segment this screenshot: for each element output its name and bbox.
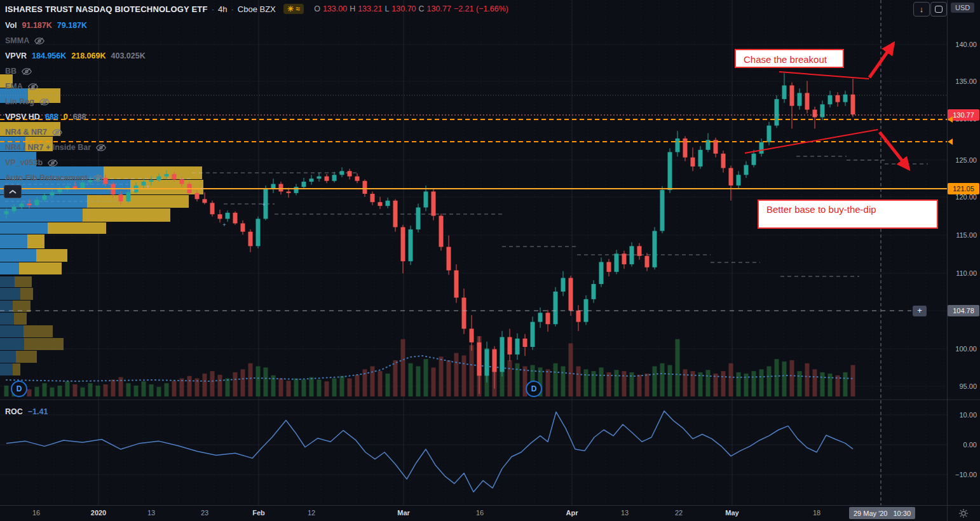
low-value: 130.70	[391, 4, 416, 13]
legend-value: 218.069K	[71, 51, 105, 60]
open-label: O	[314, 4, 320, 13]
price-tick: 135.00	[955, 78, 977, 85]
price-tick: 95.00	[959, 382, 977, 390]
price-tick: 125.00	[955, 156, 977, 164]
legend-row-vol[interactable]: Vol 91.187K 79.187K	[5, 18, 87, 33]
sun-icon: ☀	[287, 4, 294, 13]
annotation-buy-the-dip[interactable]: Better base to buy-the-dip	[758, 200, 938, 229]
price-tick: 140.00	[955, 41, 977, 48]
add-alert-plus-button[interactable]: +	[913, 306, 927, 316]
legend-value: 0	[64, 112, 68, 121]
currency-button[interactable]: USD	[951, 3, 974, 13]
orange-level-marker-icon	[948, 139, 953, 145]
legend-label: EMA	[5, 82, 23, 91]
annotation-chase-breakout[interactable]: Chase the breakout	[735, 49, 844, 68]
legend-label: ROC	[5, 407, 23, 416]
time-tick: Apr	[566, 509, 578, 517]
crosshair-time: 10:30	[893, 510, 911, 517]
legend-label: SMMA	[5, 36, 29, 45]
approx-icon: ≈	[296, 4, 301, 13]
legend-row-roc[interactable]: ROC −1.41	[5, 404, 48, 419]
legend-row-vp-v053b[interactable]: VP_v053b	[5, 155, 58, 170]
axis-settings-gear-icon[interactable]	[958, 508, 969, 518]
legend-label: Vol	[5, 21, 17, 30]
price-tick: 100.00	[955, 345, 977, 353]
svg-text:+: +	[146, 184, 149, 190]
legend-row-vpsv-hd[interactable]: VPSV HD 688 0 688	[5, 109, 86, 125]
maximize-chart-button[interactable]	[930, 2, 947, 17]
orange-level-marker-icon	[948, 116, 953, 123]
svg-text:D: D	[531, 384, 537, 393]
eye-off-icon[interactable]	[48, 159, 58, 167]
legend-label: BB	[5, 67, 17, 76]
legend-row-smma[interactable]: SMMA	[5, 33, 44, 48]
arrow-down-icon: ↓	[920, 4, 924, 14]
legend-label: NR4 / NR7 + Inside Bar	[5, 143, 91, 152]
legend-row-auto-fib[interactable]: Auto Fib Retracement	[5, 170, 103, 186]
price-tick: 110.00	[956, 269, 977, 277]
orange-level-label: 121.05	[948, 183, 979, 194]
collapse-legend-button[interactable]	[4, 185, 22, 198]
roc-tick: −10.00	[955, 471, 977, 478]
legend-label: Auto Fib Retracement	[5, 173, 88, 182]
time-tick: May	[725, 509, 738, 517]
svg-text:+: +	[222, 222, 226, 228]
price-tick: 115.00	[956, 231, 977, 239]
legend-label: VP_v053b	[5, 158, 43, 167]
eye-off-icon[interactable]	[39, 98, 50, 106]
time-tick: 22	[675, 509, 683, 517]
legend-row-nr4-nr7[interactable]: NR4 & NR7	[5, 125, 62, 140]
change-value: −2.21 (−1.66%)	[454, 4, 508, 13]
time-tick: 12	[308, 509, 315, 517]
market-status-chip: ☀ ≈	[283, 4, 304, 14]
exchange-label[interactable]: Cboe BZX	[238, 4, 276, 14]
symbol-header: ISHARES TRUST NASDAQ BIOTECHNOLOGY ETF ·…	[5, 4, 508, 14]
chart-canvas[interactable]: DD+++++	[0, 0, 980, 521]
time-tick: 23	[201, 509, 208, 517]
legend-label: VPVR	[5, 51, 27, 60]
close-label: C	[419, 4, 425, 13]
separator-dot: ·	[212, 4, 214, 14]
eye-off-icon[interactable]	[52, 128, 62, 137]
time-tick: Feb	[252, 509, 265, 517]
time-tick: 16	[32, 509, 40, 517]
time-tick: 13	[147, 509, 155, 517]
crosshair-time-label: 29 May '20 10:30	[849, 507, 915, 519]
eye-off-icon[interactable]	[28, 83, 38, 91]
svg-text:+: +	[200, 186, 203, 192]
tradingview-chart-window: DD+++++ ISHARES TRUST NASDAQ BIOTECHNOLO…	[0, 0, 980, 521]
interval-label[interactable]: 4h	[218, 4, 227, 14]
legend-value: 688	[73, 112, 86, 121]
legend-label: VPSV HD	[5, 112, 40, 121]
maximize-icon	[935, 6, 943, 13]
legend-row-linreg[interactable]: Lin Reg	[5, 94, 50, 109]
legend-value: 688	[45, 112, 58, 121]
price-axis[interactable]: 140.00135.00130.00125.00120.00115.00110.…	[947, 0, 980, 521]
chevron-up-icon	[9, 189, 17, 194]
eye-off-icon[interactable]	[96, 144, 106, 152]
low-label: L	[385, 4, 389, 13]
legend-row-bb[interactable]: BB	[5, 64, 32, 79]
legend-value: 79.187K	[57, 21, 87, 30]
time-tick: 2020	[91, 509, 106, 517]
crosshair-price-label: 104.78	[948, 305, 979, 316]
svg-text:+: +	[262, 201, 265, 208]
separator-dot: ·	[231, 4, 233, 14]
legend-value: 184.956K	[32, 51, 66, 60]
scroll-to-recent-button[interactable]: ↓	[913, 2, 930, 17]
legend-row-nr4-nr7-inside-bar[interactable]: NR4 / NR7 + Inside Bar	[5, 140, 106, 155]
legend-label: Lin Reg	[5, 97, 34, 106]
eye-off-icon[interactable]	[93, 174, 103, 182]
legend-row-ema[interactable]: EMA	[5, 79, 38, 94]
time-axis[interactable]: 1620201323Feb12Mar16Apr1322May18	[0, 505, 980, 521]
crosshair-date: 29 May '20	[854, 510, 887, 517]
symbol-title[interactable]: ISHARES TRUST NASDAQ BIOTECHNOLOGY ETF	[5, 4, 208, 14]
time-tick: Mar	[397, 509, 410, 517]
svg-text:+: +	[132, 187, 135, 194]
time-tick: 13	[621, 509, 629, 517]
open-value: 133.00	[323, 4, 347, 13]
roc-tick: 0.00	[963, 441, 977, 449]
eye-off-icon[interactable]	[34, 37, 44, 45]
legend-row-vpvr[interactable]: VPVR 184.956K 218.069K 403.025K	[5, 48, 146, 64]
eye-off-icon[interactable]	[22, 67, 32, 76]
